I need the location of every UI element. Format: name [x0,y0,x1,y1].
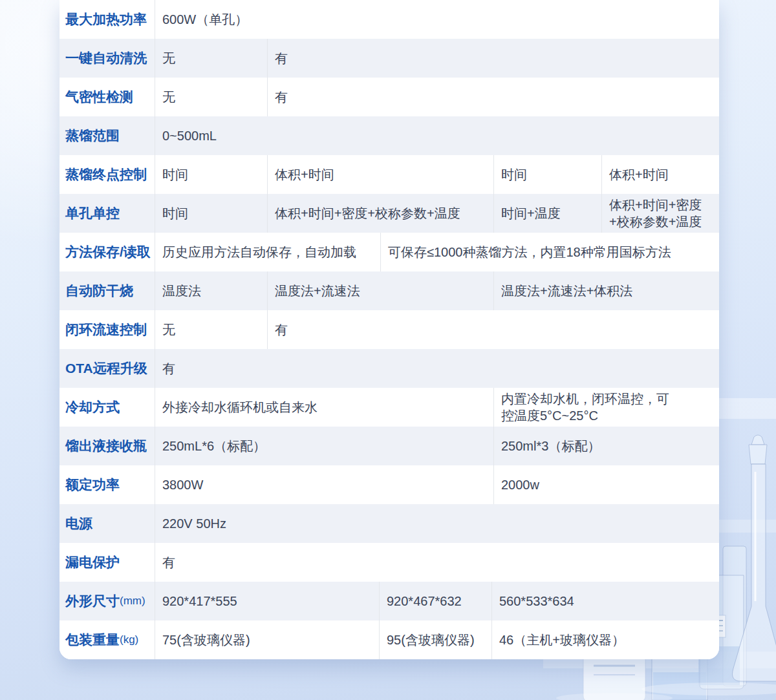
spec-value: 时间 [155,155,267,194]
spec-value: 温度法 [155,271,267,310]
glass-flask-stopper [751,435,764,445]
spec-value: 920*417*555 [155,582,379,620]
spec-value: 体积+时间 [601,155,719,194]
spec-value: 250ml*3（标配） [493,427,719,465]
spec-label: 最大加热功率 [59,0,155,39]
spec-value: 无 [155,310,267,349]
spec-value: 内置冷却水机，闭环温控，可 控温度5°C~25°C [493,388,719,427]
spec-label: 一键自动清洗 [59,39,155,78]
spec-value: 时间 [493,155,601,194]
light-band [717,520,776,533]
spec-value: 600W（单孔） [155,0,719,39]
spec-label-text: 自动防干烧 [65,282,133,299]
spec-value: 95(含玻璃仪器) [379,620,491,659]
spec-label: OTA远程升级 [59,349,155,388]
spec-value: 有 [155,543,719,582]
spec-row: 蒸馏终点控制 时间 体积+时间 时间 体积+时间 [59,155,719,194]
spec-label-text: 闭环流速控制 [65,321,147,338]
spec-row: 馏出液接收瓶 250mL*6（标配） 250ml*3（标配） [59,427,719,465]
spec-row: 漏电保护 有 [59,543,719,582]
spec-value: 有 [267,310,719,349]
spec-label-text: 冷却方式 [65,399,120,416]
spec-label-text: 蒸馏终点控制 [65,166,147,183]
spec-label: 包装重量(kg) [59,620,155,659]
spec-label: 气密性检测 [59,78,155,116]
spec-value: 外接冷却水循环机或自来水 [155,388,493,427]
spec-row: 单孔单控 时间 体积+时间+密度+校称参数+温度 时间+温度 体积+时间+密度 … [59,194,719,233]
spec-value: 3800W [155,465,493,504]
spec-row: 包装重量(kg) 75(含玻璃仪器) 95(含玻璃仪器) 46（主机+玻璃仪器） [59,620,719,659]
spec-value: 体积+时间 [267,155,493,194]
spec-value: 温度法+流速法+体积法 [493,271,719,310]
spec-table: 最大加热功率 600W（单孔） 一键自动清洗 无 有 气密性检测 无 有 蒸馏范… [59,0,719,659]
spec-value: 体积+时间+密度+校称参数+温度 [267,194,493,233]
spec-label: 自动防干烧 [59,271,155,310]
spec-label-text: 方法保存/读取 [65,244,151,260]
spec-row: 额定功率 3800W 2000w [59,465,719,504]
spec-row: 蒸馏范围 0~500mL [59,116,719,155]
spec-label: 闭环流速控制 [59,310,155,349]
spec-label: 蒸馏范围 [59,116,155,155]
spec-row: 电源 220V 50Hz [59,504,719,543]
spec-label: 额定功率 [59,465,155,504]
spec-label: 外形尺寸(mm) [59,582,155,620]
spec-label: 单孔单控 [59,194,155,233]
spec-label-text: 蒸馏范围 [65,127,120,144]
spec-value: 历史应用方法自动保存，自动加载 [155,233,380,271]
page-background: 最大加热功率 600W（单孔） 一键自动清洗 无 有 气密性检测 无 有 蒸馏范… [0,0,776,700]
light-band [717,398,776,419]
spec-value: 时间+温度 [493,194,601,233]
spec-value: 250mL*6（标配） [155,427,493,465]
spec-row: 自动防干烧 温度法 温度法+流速法 温度法+流速法+体积法 [59,271,719,310]
spec-label: 冷却方式 [59,388,155,427]
spec-label: 漏电保护 [59,543,155,582]
spec-value: 体积+时间+密度 +校称参数+温度 [601,194,719,233]
spec-label-text: 馏出液接收瓶 [65,438,147,454]
spec-label-text: 气密性检测 [65,89,133,105]
spec-label-text: 电源 [65,515,92,532]
spec-value: 75(含玻璃仪器) [155,620,379,659]
spec-label-text: 包装重量 [65,631,120,648]
spec-value: 有 [267,39,719,78]
spec-label-text: 最大加热功率 [65,11,147,28]
spec-value: 可保存≤1000种蒸馏方法，内置18种常用国标方法 [380,233,719,271]
spec-row: 一键自动清洗 无 有 [59,39,719,78]
spec-row: 闭环流速控制 无 有 [59,310,719,349]
spec-row: 最大加热功率 600W（单孔） [59,0,719,39]
spec-value: 46（主机+玻璃仪器） [491,620,719,659]
spec-value: 2000w [493,465,719,504]
spec-label-text: OTA远程升级 [65,360,147,377]
spec-value: 560*533*634 [491,582,719,620]
spec-label-unit: (mm) [120,593,146,610]
spec-label: 电源 [59,504,155,543]
spec-value: 920*467*632 [379,582,491,620]
spec-row: 外形尺寸(mm) 920*417*555 920*467*632 560*533… [59,582,719,620]
spec-label: 蒸馏终点控制 [59,155,155,194]
spec-value: 无 [155,39,267,78]
spec-label-unit: (kg) [120,631,138,648]
spec-value: 无 [155,78,267,116]
spec-label: 馏出液接收瓶 [59,427,155,465]
spec-value: 温度法+流速法 [267,271,493,310]
spec-label-text: 漏电保护 [65,554,120,571]
spec-label-text: 一键自动清洗 [65,50,147,67]
spec-row: 方法保存/读取 历史应用方法自动保存，自动加载 可保存≤1000种蒸馏方法，内置… [59,233,719,271]
spec-row: 气密性检测 无 有 [59,78,719,116]
spec-value: 有 [267,78,719,116]
spec-value: 0~500mL [155,116,719,155]
spec-row: 冷却方式 外接冷却水循环机或自来水 内置冷却水机，闭环温控，可 控温度5°C~2… [59,388,719,427]
spec-label: 方法保存/读取 [59,233,155,271]
spec-value: 时间 [155,194,267,233]
spec-value: 220V 50Hz [155,504,719,543]
spec-label-text: 单孔单控 [65,205,120,222]
spec-label-text: 额定功率 [65,476,120,493]
spec-label-text: 外形尺寸 [65,593,120,610]
spec-value: 有 [155,349,719,388]
spec-row: OTA远程升级 有 [59,349,719,388]
